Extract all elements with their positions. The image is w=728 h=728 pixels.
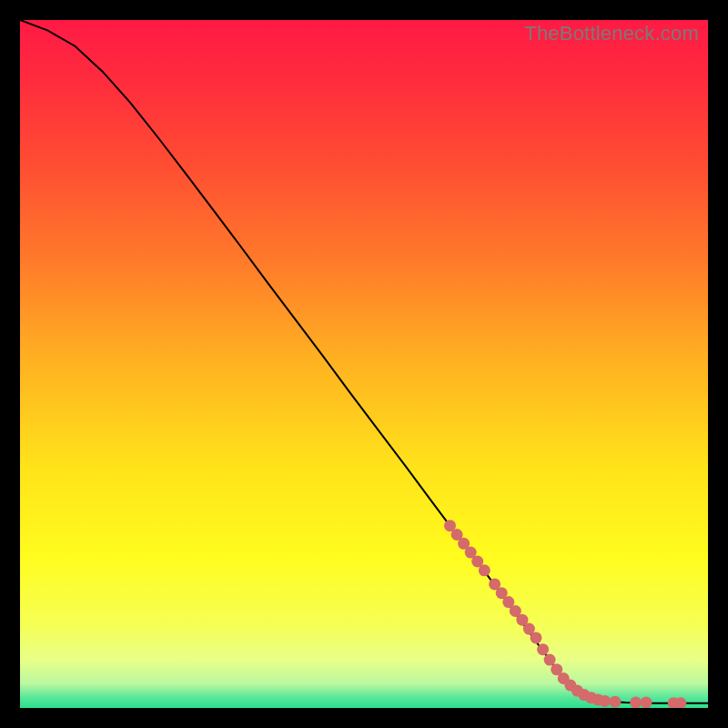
marker-dot xyxy=(531,632,542,643)
marker-dot xyxy=(599,695,611,707)
marker-dot xyxy=(641,697,652,709)
plot-area: TheBottleneck.com xyxy=(20,20,708,708)
marker-dot xyxy=(537,643,549,655)
marker-dot xyxy=(544,654,556,666)
marker-group xyxy=(444,520,686,708)
marker-dot xyxy=(630,697,642,709)
data-overlay xyxy=(20,20,708,708)
marker-dot xyxy=(609,696,621,708)
chart-stage: TheBottleneck.com xyxy=(0,0,728,728)
curve-line xyxy=(20,20,708,703)
marker-dot xyxy=(479,564,490,576)
